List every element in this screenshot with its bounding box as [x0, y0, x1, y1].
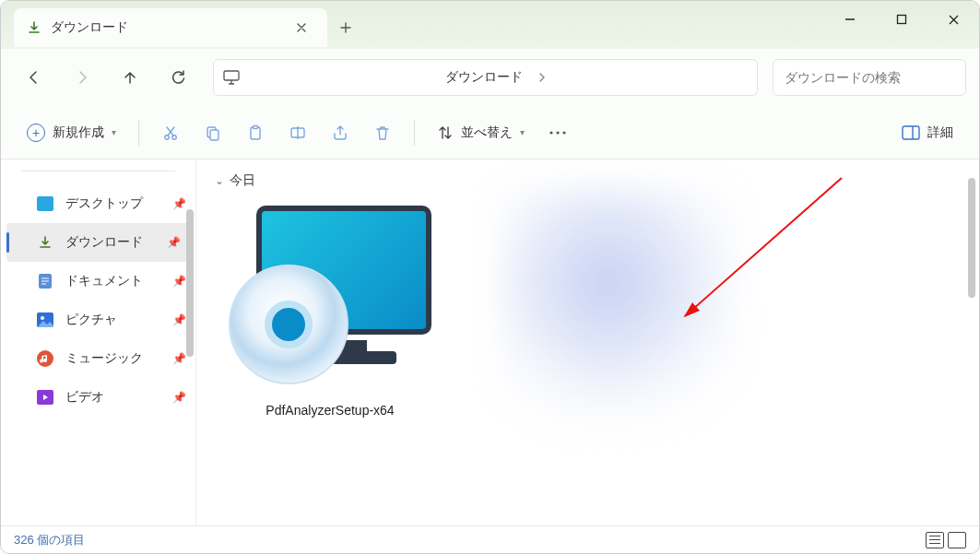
svg-point-3 — [172, 135, 176, 138]
chevron-down-icon: ⌄ — [215, 174, 224, 187]
window-controls — [824, 1, 979, 38]
paste-button[interactable] — [237, 115, 274, 150]
pin-icon[interactable]: 📌 — [172, 391, 186, 404]
file-name: PdfAnalyzerSetup-x64 — [266, 403, 394, 418]
pin-icon[interactable]: 📌 — [167, 236, 181, 249]
svg-point-11 — [562, 131, 565, 134]
sidebar-item-label: ダウンロード — [65, 234, 143, 251]
statusbar: 326 個の項目 — [1, 525, 979, 553]
more-button[interactable] — [539, 115, 576, 150]
music-icon — [36, 349, 54, 368]
sidebar-item-documents[interactable]: ドキュメント 📌 — [1, 262, 195, 301]
sidebar-item-label: ビデオ — [65, 389, 104, 406]
pin-icon[interactable]: 📌 — [172, 313, 186, 326]
pictures-icon — [36, 311, 54, 329]
svg-point-10 — [556, 131, 559, 134]
copy-button[interactable] — [195, 115, 231, 150]
desktop-icon — [36, 194, 54, 213]
tab-close-button[interactable] — [289, 15, 314, 41]
body: デスクトップ 📌 ダウンロード 📌 ドキュメント 📌 ピクチャ 📌 ミュージック… — [1, 159, 979, 525]
chevron-right-icon[interactable] — [532, 72, 552, 83]
back-button[interactable] — [14, 59, 54, 96]
close-window-button[interactable] — [927, 1, 979, 38]
svg-rect-7 — [254, 125, 258, 128]
svg-rect-5 — [210, 130, 218, 140]
sidebar-item-desktop[interactable]: デスクトップ 📌 — [1, 184, 195, 223]
new-button-label: 新規作成 — [53, 124, 104, 141]
new-button[interactable]: + 新規作成 ▾ — [18, 115, 125, 150]
thumbnails-view-button[interactable] — [948, 532, 966, 548]
search-input[interactable] — [785, 70, 954, 85]
sort-button-label: 並べ替え — [461, 124, 513, 141]
titlebar: ダウンロード — [1, 1, 979, 49]
tab-title: ダウンロード — [51, 19, 279, 36]
svg-rect-13 — [37, 196, 53, 211]
maximize-button[interactable] — [876, 1, 927, 38]
sidebar-item-label: デスクトップ — [65, 195, 143, 212]
content-area[interactable]: ⌄ 今日 PdfAnalyzerSetup-x64 — [196, 159, 979, 525]
pin-icon[interactable]: 📌 — [172, 275, 186, 288]
monitor-icon — [223, 70, 240, 85]
sidebar-item-downloads[interactable]: ダウンロード 📌 — [6, 223, 190, 262]
document-icon — [36, 272, 54, 290]
cut-button[interactable] — [152, 115, 189, 150]
blurred-item — [501, 187, 740, 427]
svg-point-9 — [549, 131, 552, 134]
svg-point-17 — [37, 350, 53, 367]
sidebar-item-label: ミュージック — [65, 350, 143, 367]
address-location: ダウンロード — [445, 69, 523, 86]
new-tab-button[interactable] — [327, 8, 364, 47]
sort-icon — [437, 124, 454, 141]
up-button[interactable] — [110, 59, 150, 96]
status-text: 326 個の項目 — [14, 532, 85, 548]
sidebar: デスクトップ 📌 ダウンロード 📌 ドキュメント 📌 ピクチャ 📌 ミュージック… — [1, 159, 196, 525]
details-view-button[interactable] — [926, 532, 944, 548]
rename-button[interactable] — [279, 115, 316, 150]
tab-downloads[interactable]: ダウンロード — [14, 8, 327, 47]
group-label: 今日 — [230, 172, 255, 189]
navbar: ダウンロード — [1, 49, 979, 106]
svg-point-16 — [41, 316, 44, 320]
download-icon — [27, 20, 41, 35]
sidebar-item-music[interactable]: ミュージック 📌 — [1, 339, 195, 378]
chevron-down-icon: ▾ — [112, 127, 116, 137]
file-item[interactable]: PdfAnalyzerSetup-x64 — [215, 206, 445, 427]
sidebar-item-videos[interactable]: ビデオ 📌 — [1, 378, 195, 417]
details-button-label: 詳細 — [927, 124, 953, 141]
minimize-button[interactable] — [824, 1, 876, 38]
forward-button[interactable] — [62, 59, 102, 96]
pin-icon[interactable]: 📌 — [172, 197, 186, 210]
share-button[interactable] — [322, 115, 359, 150]
toolbar: + 新規作成 ▾ 並べ替え ▾ 詳細 — [1, 106, 979, 159]
chevron-down-icon: ▾ — [520, 127, 525, 137]
plus-circle-icon: + — [27, 124, 45, 142]
delete-button[interactable] — [364, 115, 401, 150]
svg-rect-0 — [898, 16, 906, 24]
sidebar-item-label: ドキュメント — [65, 273, 143, 289]
search-box[interactable] — [773, 59, 966, 96]
content-scrollbar[interactable] — [968, 178, 975, 298]
video-icon — [36, 388, 54, 407]
installer-icon — [229, 206, 431, 390]
refresh-button[interactable] — [158, 59, 198, 96]
svg-point-2 — [165, 135, 169, 138]
sort-button[interactable]: 並べ替え ▾ — [428, 115, 534, 150]
pin-icon[interactable]: 📌 — [172, 352, 186, 365]
details-pane-button[interactable]: 詳細 — [892, 115, 962, 150]
svg-rect-12 — [903, 126, 919, 139]
sidebar-scrollbar[interactable] — [186, 209, 194, 357]
address-bar[interactable]: ダウンロード — [213, 59, 758, 96]
download-icon — [36, 233, 54, 252]
sidebar-item-label: ピクチャ — [65, 312, 117, 328]
details-pane-icon — [902, 125, 920, 140]
svg-rect-1 — [224, 71, 239, 80]
sidebar-item-pictures[interactable]: ピクチャ 📌 — [1, 301, 195, 339]
